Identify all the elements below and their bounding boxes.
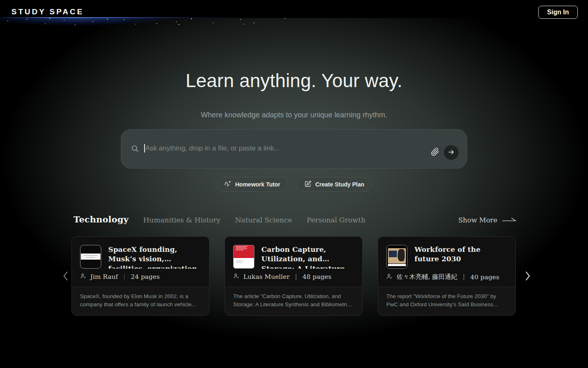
- study-cards-list: SpaceX founding, Musk’s vision, faciliti…: [71, 236, 516, 316]
- text-caret: [144, 144, 145, 153]
- card-title: Workforce of the future 2030: [414, 245, 507, 269]
- carousel-next-button[interactable]: [522, 270, 533, 283]
- tab-natural-science[interactable]: Natural Science: [235, 216, 292, 224]
- paperclip-icon: [431, 148, 439, 157]
- attach-file-button[interactable]: [429, 147, 441, 158]
- chevron-left-icon: [60, 277, 71, 283]
- carousel-previous-button[interactable]: [60, 270, 71, 283]
- arrow-right-icon: [448, 148, 455, 157]
- homework-tutor-label: Homework Tutor: [235, 181, 280, 188]
- create-study-plan-icon: [304, 180, 312, 189]
- meta-separator: [124, 274, 125, 280]
- submit-query-button[interactable]: [444, 145, 459, 160]
- show-more-link[interactable]: Show More: [458, 216, 517, 224]
- card-pages: 40 pages: [470, 274, 499, 281]
- journal-thumbnail: [233, 245, 254, 269]
- hero-subtitle: Where knowledge adapts to your unique le…: [0, 111, 588, 119]
- card-title: SpaceX founding, Musk’s vision, faciliti…: [108, 245, 201, 269]
- card-author: Lukas Mueller: [243, 273, 290, 280]
- ask-anything-search-box[interactable]: [121, 129, 467, 168]
- card-description: SpaceX, founded by Elon Musk in 2002, is…: [72, 287, 209, 315]
- hero-title: Learn anything. Your way.: [0, 70, 588, 92]
- meta-separator: [463, 274, 464, 280]
- author-icon: [233, 273, 240, 281]
- card-carbon-capture[interactable]: Carbon Capture, Utilization, and Storage…: [225, 236, 363, 316]
- study-space-landing-page: STUDY SPACE Sign In Learn anything. Your…: [0, 0, 588, 368]
- card-meta: Lukas Mueller 48 pages: [233, 273, 332, 281]
- card-header: SpaceX founding, Musk’s vision, faciliti…: [72, 237, 209, 269]
- create-study-plan-button[interactable]: Create Study Plan: [296, 177, 372, 192]
- card-author: Jim Rauf: [90, 273, 118, 280]
- card-spacex[interactable]: SpaceX founding, Musk’s vision, faciliti…: [71, 236, 209, 316]
- homework-tutor-button[interactable]: Homework Tutor: [216, 177, 288, 192]
- tab-humanities-history[interactable]: Humanities & History: [143, 216, 220, 224]
- card-pages: 24 pages: [131, 273, 160, 280]
- app-logo[interactable]: STUDY SPACE: [11, 7, 84, 16]
- tab-personal-growth[interactable]: Personal Growth: [307, 216, 365, 224]
- card-description: The article "Carbon Capture, Utilization…: [225, 287, 362, 315]
- author-icon: [386, 273, 393, 281]
- card-description: The report "Workforce of the Future 2030…: [378, 287, 515, 315]
- card-meta: 佐々木亮輔, 藤田通紀 40 pages: [386, 273, 499, 281]
- document-thumbnail: [80, 245, 101, 269]
- long-arrow-right-icon: [502, 216, 517, 224]
- card-workforce-2030[interactable]: Workforce of the future 2030 佐々木亮輔, 藤田通紀…: [378, 236, 516, 316]
- create-study-plan-label: Create Study Plan: [315, 181, 364, 188]
- card-header: Workforce of the future 2030: [378, 237, 515, 269]
- category-tabs-row: Technology Humanities & History Natural …: [74, 214, 517, 224]
- report-thumbnail: [386, 245, 408, 269]
- tab-technology[interactable]: Technology: [74, 214, 129, 224]
- homework-tutor-icon: [224, 180, 232, 189]
- author-icon: [80, 273, 87, 281]
- show-more-label: Show More: [458, 216, 497, 224]
- category-tabs: Technology Humanities & History Natural …: [74, 214, 365, 224]
- quick-actions: Homework Tutor Create Study Plan: [0, 177, 588, 192]
- search-icon: [131, 144, 139, 155]
- card-pages: 48 pages: [303, 273, 332, 280]
- card-title: Carbon Capture, Utilization, and Storage…: [261, 245, 354, 269]
- card-author: 佐々木亮輔, 藤田通紀: [396, 273, 457, 281]
- meta-separator: [296, 274, 296, 280]
- navbar: STUDY SPACE Sign In: [0, 0, 588, 25]
- search-input[interactable]: [145, 142, 399, 155]
- sign-in-button[interactable]: Sign In: [538, 6, 578, 19]
- card-meta: Jim Rauf 24 pages: [80, 273, 160, 281]
- card-header: Carbon Capture, Utilization, and Storage…: [225, 237, 362, 269]
- chevron-right-icon: [522, 277, 533, 283]
